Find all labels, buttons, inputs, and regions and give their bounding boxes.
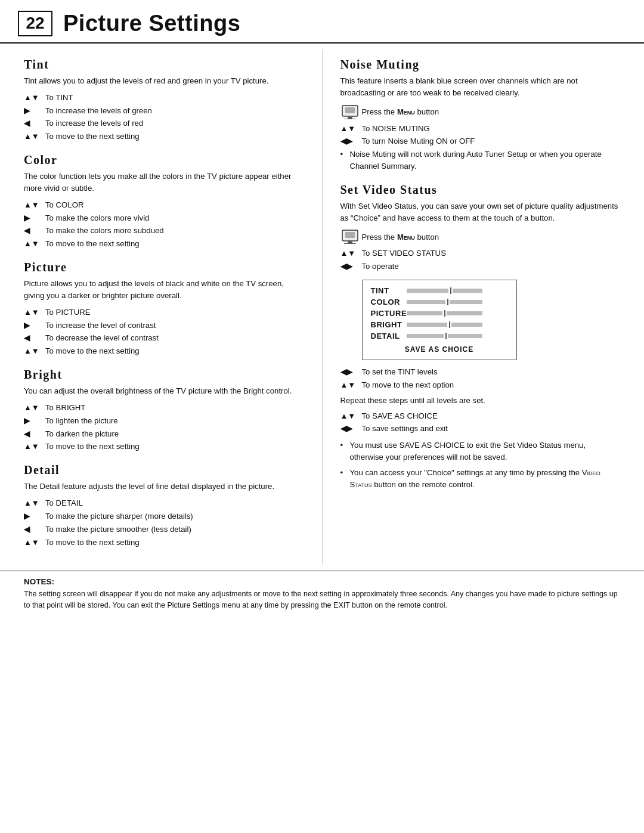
- instr-text: To set the TINT levels: [362, 366, 621, 377]
- svg-rect-2: [348, 117, 352, 119]
- svs-label-bright: BRIGHT: [371, 320, 407, 329]
- instr-text: To move to the next setting: [45, 131, 304, 142]
- bar-divider: [447, 299, 448, 305]
- list-item: ▶ To make the picture sharper (more deta…: [24, 510, 304, 522]
- bar-fill: [447, 311, 482, 315]
- updown-icon: ▲▼: [340, 247, 360, 259]
- bar-divider: [445, 333, 447, 339]
- list-item: ◀ To make the colors more subdued: [24, 225, 304, 237]
- instr-text: To save settings and exit: [362, 423, 621, 434]
- picture-desc: Picture allows you to adjust the levels …: [24, 278, 304, 302]
- svs-save-label: SAVE AS CHOICE: [371, 345, 508, 354]
- tint-desc: Tint allows you to adjust the levels of …: [24, 75, 304, 87]
- right-arrow-icon: ▶: [24, 105, 43, 117]
- list-item: ◀ To darken the picture: [24, 428, 304, 440]
- updown-icon: ▲▼: [24, 199, 43, 211]
- list-item: ▲▼ To BRIGHT: [24, 402, 304, 414]
- updown-icon: ▲▼: [24, 441, 43, 453]
- bar-fill: [407, 323, 447, 327]
- svs-label-detail: DETAIL: [371, 332, 407, 340]
- updown-icon: ▲▼: [340, 379, 360, 391]
- bar-fill: [451, 323, 482, 327]
- instr-text: To make the colors more subdued: [45, 225, 304, 236]
- page-header: 22 Picture Settings: [0, 0, 644, 44]
- instr-text: To SET VIDEO STATUS: [362, 247, 621, 259]
- list-item: ▲▼ To DETAIL: [24, 497, 304, 509]
- bar-divider: [449, 321, 450, 328]
- notes-title: NOTES:: [24, 577, 620, 586]
- instr-text: To SAVE AS CHOICE: [362, 410, 621, 422]
- list-item: ▲▼ To TINT: [24, 92, 304, 104]
- list-item: ▲▼ To move to the next option: [340, 379, 621, 391]
- svg-rect-7: [344, 243, 356, 244]
- svs-final-instructions: ▲▼ To SAVE AS CHOICE ◀▶ To save settings…: [340, 410, 621, 435]
- list-item: ◀ To increase the levels of red: [24, 117, 304, 129]
- updown-icon: ▲▼: [24, 537, 43, 549]
- leftright-icon: ◀▶: [340, 135, 360, 147]
- svs-label-picture: PICTURE: [371, 309, 407, 318]
- section-tint: Tint Tint allows you to adjust the level…: [24, 58, 304, 143]
- detail-title: Detail: [24, 463, 304, 477]
- bar-fill: [407, 311, 442, 315]
- right-arrow-icon: ▶: [24, 212, 43, 224]
- updown-icon: ▲▼: [340, 123, 360, 135]
- section-set-video-status: Set Video Status With Set Video Status, …: [340, 183, 621, 491]
- instr-text: To increase the levels of green: [45, 105, 304, 116]
- menu-icon: [340, 104, 360, 120]
- bar-fill: [407, 289, 448, 293]
- svs-post-instructions: ◀▶ To set the TINT levels ▲▼ To move to …: [340, 366, 621, 391]
- instr-text: To DETAIL: [45, 497, 304, 509]
- list-item: ◀ To make the picture smoother (less det…: [24, 524, 304, 535]
- bar-fill: [407, 300, 445, 304]
- list-item: ▶ To make the colors more vivid: [24, 212, 304, 224]
- detail-instructions: ▲▼ To DETAIL ▶ To make the picture sharp…: [24, 497, 304, 548]
- svs-note-text-1: You must use SAVE AS CHOICE to exit the …: [350, 439, 621, 463]
- list-item: ▶ To lighten the picture: [24, 415, 304, 427]
- list-item: ◀▶ To save settings and exit: [340, 423, 621, 435]
- updown-icon: ▲▼: [24, 92, 43, 104]
- svs-label-color: COLOR: [371, 298, 407, 306]
- right-arrow-icon: ▶: [24, 415, 43, 427]
- leftright-icon: ◀▶: [340, 366, 360, 378]
- noise-muting-instructions: ▲▼ To NOISE MUTING ◀▶ To turn Noise Muti…: [340, 123, 621, 148]
- left-arrow-icon: ◀: [24, 524, 43, 535]
- list-item: ▲▼ To SET VIDEO STATUS: [340, 247, 621, 259]
- svs-bar-bright: [407, 321, 508, 328]
- instr-text: To PICTURE: [45, 306, 304, 318]
- list-item: ◀▶ To set the TINT levels: [340, 366, 621, 378]
- updown-icon: ▲▼: [340, 410, 360, 422]
- instr-text: To decrease the level of contrast: [45, 332, 304, 343]
- press-menu-text: Press the Menu button: [362, 107, 439, 116]
- list-item: ▲▼ To NOISE MUTING: [340, 123, 621, 135]
- right-arrow-icon: ▶: [24, 320, 43, 332]
- right-arrow-icon: ▶: [24, 510, 43, 522]
- instr-text: To move to the next option: [362, 379, 621, 391]
- updown-icon: ▲▼: [24, 306, 43, 318]
- svg-rect-6: [348, 241, 352, 243]
- left-arrow-icon: ◀: [24, 428, 43, 440]
- list-item: ▲▼ To COLOR: [24, 199, 304, 211]
- instr-text: To move to the next setting: [45, 441, 304, 452]
- svg-rect-1: [345, 107, 355, 113]
- tint-title: Tint: [24, 58, 304, 72]
- svs-bar-color: [407, 299, 508, 305]
- list-item: ▲▼ To PICTURE: [24, 306, 304, 318]
- list-item: ◀▶ To turn Noise Muting ON or OFF: [340, 135, 621, 147]
- svs-menu-box: TINT COLOR PICTURE: [362, 280, 517, 360]
- svs-label-tint: TINT: [371, 286, 407, 295]
- noise-muting-note: • Noise Muting will not work during Auto…: [340, 148, 621, 172]
- notes-text: The setting screen will disappear if you…: [24, 589, 620, 611]
- svg-rect-5: [345, 232, 355, 238]
- section-picture: Picture Picture allows you to adjust the…: [24, 261, 304, 357]
- list-item: ◀▶ To operate: [340, 261, 621, 272]
- chapter-number: 22: [18, 11, 52, 36]
- main-content: Tint Tint allows you to adjust the level…: [0, 44, 644, 565]
- bar-fill: [453, 289, 482, 293]
- section-detail: Detail The Detail feature adjusts the le…: [24, 463, 304, 548]
- svs-row-picture: PICTURE: [371, 309, 508, 318]
- menu-button-row: Press the Menu button: [340, 104, 621, 120]
- left-arrow-icon: ◀: [24, 225, 43, 237]
- color-desc: The color function lets you make all the…: [24, 171, 304, 194]
- instr-text: To move to the next setting: [45, 345, 304, 357]
- instr-text: To COLOR: [45, 199, 304, 210]
